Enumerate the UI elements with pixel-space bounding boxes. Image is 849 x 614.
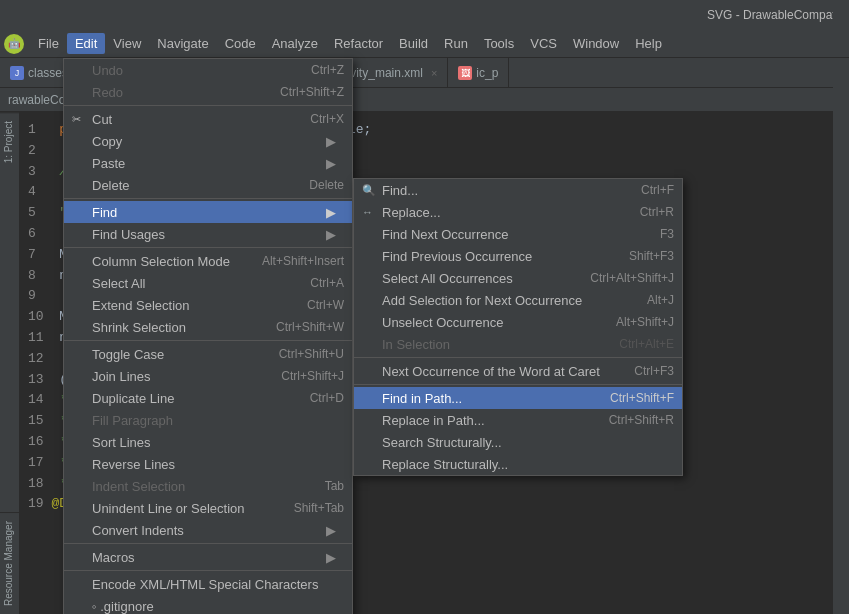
submenu-item-in-sel-label: In Selection [382, 337, 450, 352]
menu-window[interactable]: Window [565, 33, 627, 54]
menu-item-undo-label: Undo [92, 63, 123, 78]
menu-item-indent-label: Indent Selection [92, 479, 185, 494]
submenu-item-replace[interactable]: ↔ Replace... Ctrl+R [354, 201, 682, 223]
menu-item-copy-label: Copy [92, 134, 122, 149]
menu-item-toggle-label: Toggle Case [92, 347, 164, 362]
separator-6 [64, 570, 352, 571]
separator-5 [64, 543, 352, 544]
menu-file[interactable]: File [30, 33, 67, 54]
menu-item-join-lines[interactable]: Join Lines Ctrl+Shift+J [64, 365, 352, 387]
submenu-item-replace-in-path[interactable]: Replace in Path... Ctrl+Shift+R [354, 409, 682, 431]
menu-item-undo[interactable]: Undo Ctrl+Z [64, 59, 352, 81]
menu-item-select-all[interactable]: Select All Ctrl+A [64, 272, 352, 294]
submenu-item-replace-structurally[interactable]: Replace Structurally... [354, 453, 682, 475]
submenu-item-in-sel-shortcut: Ctrl+Alt+E [619, 337, 674, 351]
menu-item-redo-label: Redo [92, 85, 123, 100]
menu-vcs[interactable]: VCS [522, 33, 565, 54]
find-usages-arrow: ▶ [326, 227, 336, 242]
copy-arrow: ▶ [326, 134, 336, 149]
menu-item-cut-label: Cut [92, 112, 112, 127]
menu-item-convert-indents[interactable]: Convert Indents ▶ [64, 519, 352, 541]
submenu-item-in-selection[interactable]: In Selection Ctrl+Alt+E [354, 333, 682, 355]
menu-refactor[interactable]: Refactor [326, 33, 391, 54]
find-sep-2 [354, 384, 682, 385]
menu-analyze[interactable]: Analyze [264, 33, 326, 54]
menu-item-gitignore[interactable]: ◦ .gitignore [64, 595, 352, 614]
menu-item-duplicate-line[interactable]: Duplicate Line Ctrl+D [64, 387, 352, 409]
menu-item-indent-selection[interactable]: Indent Selection Tab [64, 475, 352, 497]
submenu-item-replace-shortcut: Ctrl+R [640, 205, 674, 219]
submenu-item-find-next[interactable]: Find Next Occurrence F3 [354, 223, 682, 245]
menu-item-column-label: Column Selection Mode [92, 254, 230, 269]
menu-code[interactable]: Code [217, 33, 264, 54]
menu-view[interactable]: View [105, 33, 149, 54]
menu-item-extend-label: Extend Selection [92, 298, 190, 313]
submenu-item-unselect-occ[interactable]: Unselect Occurrence Alt+Shift+J [354, 311, 682, 333]
menu-item-select-all-shortcut: Ctrl+A [310, 276, 344, 290]
menu-build[interactable]: Build [391, 33, 436, 54]
menu-item-reverse-label: Reverse Lines [92, 457, 175, 472]
submenu-item-find[interactable]: 🔍 Find... Ctrl+F [354, 179, 682, 201]
menu-item-delete-shortcut: Delete [309, 178, 344, 192]
menu-item-macros[interactable]: Macros ▶ [64, 546, 352, 568]
menu-item-delete[interactable]: Delete Delete [64, 174, 352, 196]
menu-edit[interactable]: Edit [67, 33, 105, 54]
submenu-item-select-all-occ-label: Select All Occurrences [382, 271, 513, 286]
macros-arrow: ▶ [326, 550, 336, 565]
menu-item-cut[interactable]: ✂ Cut Ctrl+X [64, 108, 352, 130]
menu-item-join-shortcut: Ctrl+Shift+J [281, 369, 344, 383]
menu-item-cut-shortcut: Ctrl+X [310, 112, 344, 126]
title-text: SVG - DrawableCompat. [707, 8, 839, 22]
menu-item-delete-label: Delete [92, 178, 130, 193]
separator-3 [64, 247, 352, 248]
submenu-item-search-struct-label: Search Structurally... [382, 435, 502, 450]
menu-item-duplicate-label: Duplicate Line [92, 391, 174, 406]
edit-menu-dropdown: Undo Ctrl+Z Redo Ctrl+Shift+Z ✂ Cut Ctrl… [63, 58, 353, 614]
menu-item-paste[interactable]: Paste ▶ [64, 152, 352, 174]
menu-item-sort-label: Sort Lines [92, 435, 151, 450]
menu-item-copy[interactable]: Copy ▶ [64, 130, 352, 152]
menu-run[interactable]: Run [436, 33, 476, 54]
submenu-item-find-shortcut: Ctrl+F [641, 183, 674, 197]
submenu-item-next-word-caret[interactable]: Next Occurrence of the Word at Caret Ctr… [354, 360, 682, 382]
submenu-item-add-sel-label: Add Selection for Next Occurrence [382, 293, 582, 308]
menu-item-shrink-selection[interactable]: Shrink Selection Ctrl+Shift+W [64, 316, 352, 338]
menu-item-undo-shortcut: Ctrl+Z [311, 63, 344, 77]
submenu-item-next-word-label: Next Occurrence of the Word at Caret [382, 364, 600, 379]
menu-item-unindent[interactable]: Unindent Line or Selection Shift+Tab [64, 497, 352, 519]
separator-1 [64, 105, 352, 106]
menu-item-fill-paragraph[interactable]: Fill Paragraph [64, 409, 352, 431]
submenu-item-select-all-occ[interactable]: Select All Occurrences Ctrl+Alt+Shift+J [354, 267, 682, 289]
submenu-item-find-path-shortcut: Ctrl+Shift+F [610, 391, 674, 405]
submenu-item-find-prev-label: Find Previous Occurrence [382, 249, 532, 264]
menu-item-extend-selection[interactable]: Extend Selection Ctrl+W [64, 294, 352, 316]
separator-2 [64, 198, 352, 199]
menu-item-select-all-label: Select All [92, 276, 145, 291]
menu-item-indent-shortcut: Tab [325, 479, 344, 493]
submenu-item-add-sel-shortcut: Alt+J [647, 293, 674, 307]
menu-item-reverse-lines[interactable]: Reverse Lines [64, 453, 352, 475]
menu-help[interactable]: Help [627, 33, 670, 54]
menu-item-find-usages[interactable]: Find Usages ▶ [64, 223, 352, 245]
menu-item-find-usages-label: Find Usages [92, 227, 165, 242]
menu-item-find[interactable]: Find ▶ [64, 201, 352, 223]
menu-item-redo[interactable]: Redo Ctrl+Shift+Z [64, 81, 352, 103]
submenu-item-search-structurally[interactable]: Search Structurally... [354, 431, 682, 453]
menu-item-toggle-case[interactable]: Toggle Case Ctrl+Shift+U [64, 343, 352, 365]
menu-item-sort-lines[interactable]: Sort Lines [64, 431, 352, 453]
cut-icon: ✂ [72, 113, 81, 126]
paste-arrow: ▶ [326, 156, 336, 171]
menu-item-encode-label: Encode XML/HTML Special Characters [92, 577, 318, 592]
menu-item-convert-label: Convert Indents [92, 523, 184, 538]
menu-navigate[interactable]: Navigate [149, 33, 216, 54]
menu-item-find-label: Find [92, 205, 117, 220]
submenu-item-add-selection-next[interactable]: Add Selection for Next Occurrence Alt+J [354, 289, 682, 311]
menu-item-shrink-shortcut: Ctrl+Shift+W [276, 320, 344, 334]
submenu-item-find-in-path[interactable]: Find in Path... Ctrl+Shift+F [354, 387, 682, 409]
submenu-item-next-word-shortcut: Ctrl+F3 [634, 364, 674, 378]
submenu-item-find-prev[interactable]: Find Previous Occurrence Shift+F3 [354, 245, 682, 267]
menu-item-column-selection[interactable]: Column Selection Mode Alt+Shift+Insert [64, 250, 352, 272]
convert-arrow: ▶ [326, 523, 336, 538]
menu-tools[interactable]: Tools [476, 33, 522, 54]
menu-item-encode-xml[interactable]: Encode XML/HTML Special Characters [64, 573, 352, 595]
